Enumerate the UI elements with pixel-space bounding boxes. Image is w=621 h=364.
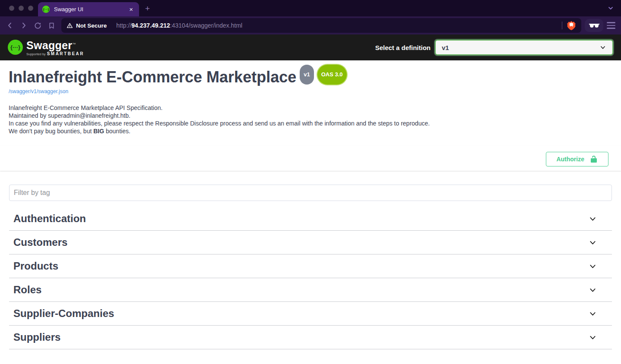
browser-toolbar: Not Secure http://94.237.49.212:43104/sw… xyxy=(0,16,621,35)
tag-label: Roles xyxy=(13,284,41,296)
swagger-logo-icon: {···} xyxy=(8,40,23,55)
window-controls xyxy=(9,6,33,11)
browser-tab-swagger-ui[interactable]: {···} Swagger UI × xyxy=(38,2,139,16)
tab-search-chevron-icon[interactable] xyxy=(607,5,614,13)
tab-title: Swagger UI xyxy=(54,6,127,13)
brave-vpn-button[interactable] xyxy=(585,19,603,32)
tag-chevron-icon[interactable] xyxy=(588,309,597,318)
new-tab-button[interactable]: + xyxy=(145,4,150,13)
url-host: 94.237.49.212 xyxy=(131,22,170,29)
url-text: http://94.237.49.212:43104/swagger/index… xyxy=(116,22,562,29)
unlocked-padlock-icon xyxy=(589,155,598,163)
definition-select-value: v1 xyxy=(442,44,449,51)
browser-menu-icon[interactable] xyxy=(607,22,615,28)
forward-button-icon[interactable] xyxy=(20,22,28,29)
window-close-button[interactable] xyxy=(9,6,14,11)
warning-triangle-icon xyxy=(67,22,73,29)
tag-label: Products xyxy=(13,260,58,272)
tag-section-suppliers[interactable]: Suppliers xyxy=(9,326,612,349)
api-title: Inlanefreight E-Commerce Marketplacev1OA… xyxy=(9,65,612,86)
filter-by-tag-input[interactable] xyxy=(9,185,612,201)
tag-chevron-icon[interactable] xyxy=(588,214,597,223)
api-info-section: Inlanefreight E-Commerce Marketplacev1OA… xyxy=(0,60,621,135)
tag-label: Suppliers xyxy=(13,331,60,343)
tag-chevron-icon[interactable] xyxy=(588,333,597,342)
smartbear-tagline: Supported bySMARTBEAR xyxy=(26,51,84,56)
not-secure-chip[interactable]: Not Secure xyxy=(67,22,107,29)
swagger-topbar: {···} Swagger™ Supported bySMARTBEAR Sel… xyxy=(0,35,621,60)
tag-section-products[interactable]: Products xyxy=(9,254,612,278)
version-badge: v1 xyxy=(300,65,314,85)
tag-label: Authentication xyxy=(13,213,86,225)
tag-list: Authentication Customers Products Roles … xyxy=(9,207,612,349)
address-bar[interactable]: Not Secure http://94.237.49.212:43104/sw… xyxy=(61,18,581,33)
tab-close-icon[interactable]: × xyxy=(127,5,135,13)
swagger-favicon-icon: {···} xyxy=(42,6,50,13)
swagger-page: Inlanefreight E-Commerce Marketplacev1OA… xyxy=(0,60,621,364)
tag-chevron-icon[interactable] xyxy=(588,238,597,247)
tag-chevron-icon[interactable] xyxy=(588,262,597,271)
back-button-icon[interactable] xyxy=(6,22,14,29)
tag-label: Customers xyxy=(13,236,67,248)
window-zoom-button[interactable] xyxy=(28,6,33,11)
bookmark-icon[interactable] xyxy=(48,22,55,29)
authorize-button[interactable]: Authorize xyxy=(546,152,608,166)
urlbar-divider xyxy=(562,22,562,29)
select-definition-label: Select a definition xyxy=(375,44,431,51)
scheme-container: Authorize xyxy=(0,145,621,171)
tag-chevron-icon[interactable] xyxy=(588,286,597,295)
reload-button-icon[interactable] xyxy=(34,22,42,30)
tag-section-roles[interactable]: Roles xyxy=(9,278,612,302)
swagger-logo[interactable]: {···} Swagger™ Supported bySMARTBEAR xyxy=(8,39,84,56)
api-description: Inlanefreight E-Commerce Marketplace API… xyxy=(9,104,612,135)
oas-badge: OAS 3.0 xyxy=(317,65,347,85)
select-chevron-icon xyxy=(599,44,606,51)
definition-select[interactable]: v1 xyxy=(435,40,613,55)
tag-section-authentication[interactable]: Authentication xyxy=(9,207,612,231)
security-label: Not Secure xyxy=(76,22,107,29)
swagger-logo-text: Swagger™ xyxy=(26,39,84,51)
tag-section-customers[interactable]: Customers xyxy=(9,231,612,254)
vpn-glasses-icon xyxy=(589,23,600,28)
brave-shield-icon[interactable] xyxy=(567,20,576,31)
window-minimize-button[interactable] xyxy=(19,6,24,11)
tag-label: Supplier-Companies xyxy=(13,308,114,320)
spec-json-link[interactable]: /swagger/v1/swagger.json xyxy=(9,88,68,94)
filter-section xyxy=(0,171,621,201)
tag-section-supplier-companies[interactable]: Supplier-Companies xyxy=(9,302,612,326)
browser-tab-strip: {···} Swagger UI × + xyxy=(0,0,621,16)
